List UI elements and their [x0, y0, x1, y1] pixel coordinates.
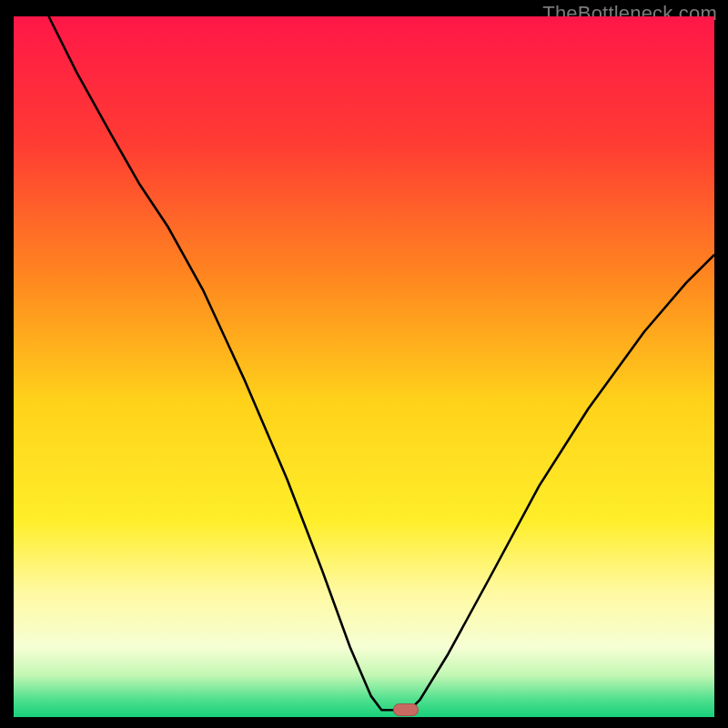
bottleneck-plot	[14, 16, 714, 717]
optimal-marker	[393, 703, 419, 716]
heat-background	[14, 16, 714, 717]
chart-stage: TheBottleneck.com	[0, 0, 728, 728]
